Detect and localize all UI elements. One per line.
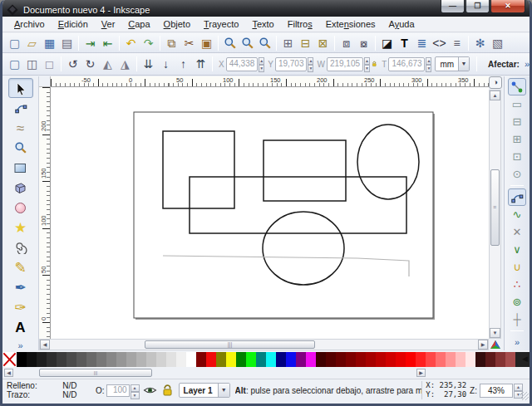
pencil-tool[interactable]: ✎ bbox=[8, 257, 33, 277]
paste-button[interactable]: ▣ bbox=[198, 35, 215, 51]
cut-button[interactable]: ✂ bbox=[180, 35, 198, 51]
palette-swatch[interactable] bbox=[456, 352, 466, 367]
vscroll-thumb[interactable]: ≡ bbox=[490, 169, 500, 246]
palette-swatch[interactable] bbox=[106, 352, 116, 367]
color-wheel-icon[interactable] bbox=[490, 340, 501, 350]
fill-stroke-dialog-button[interactable]: ◪ bbox=[378, 35, 396, 51]
palette-swatch[interactable] bbox=[436, 352, 446, 367]
palette-swatch[interactable] bbox=[216, 352, 226, 367]
snap-intersections-button[interactable]: ✕ bbox=[508, 223, 526, 241]
horizontal-scrollbar[interactable]: ◀ ||| ▶ bbox=[39, 339, 489, 350]
palette-swatch[interactable] bbox=[136, 352, 146, 367]
xml-editor-button[interactable]: <> bbox=[431, 35, 448, 51]
ungroup-button[interactable]: ⧇ bbox=[355, 35, 372, 51]
palette-swatch[interactable] bbox=[47, 352, 57, 367]
palette-scroll-thumb[interactable]: ||| bbox=[39, 369, 152, 377]
palette-swatch[interactable] bbox=[356, 352, 366, 367]
palette-swatch[interactable] bbox=[346, 352, 356, 367]
scroll-down-icon[interactable]: ▼ bbox=[490, 328, 500, 338]
palette-swatch[interactable] bbox=[296, 352, 306, 367]
x-field-spinner[interactable]: ▲▼ bbox=[259, 57, 264, 71]
snap-smooth-nodes-button[interactable]: ∪ bbox=[508, 258, 526, 276]
resize-grip[interactable] bbox=[520, 392, 529, 400]
flip-horizontal-button[interactable]: ◭ bbox=[99, 56, 116, 72]
y-field[interactable]: 19,703 bbox=[275, 57, 308, 71]
palette-swatch[interactable] bbox=[485, 352, 495, 367]
palette-swatch[interactable] bbox=[266, 352, 276, 367]
scroll-left-icon[interactable]: ◀ bbox=[40, 340, 50, 350]
palette-swatch[interactable] bbox=[396, 352, 406, 367]
canvas[interactable] bbox=[51, 87, 489, 339]
opacity-control[interactable]: O: 100 ▲▼ bbox=[96, 384, 140, 397]
vertical-ruler[interactable]: 200150100500 bbox=[39, 87, 51, 339]
ellipse-tool[interactable] bbox=[8, 198, 33, 218]
tweak-tool[interactable]: ≈ bbox=[8, 118, 33, 138]
text-tool[interactable]: A bbox=[8, 317, 33, 337]
palette-swatch[interactable] bbox=[27, 352, 37, 367]
snap-grid-button[interactable]: ┼ bbox=[508, 311, 526, 328]
snap-bbox-edges-button[interactable]: ⊟ bbox=[508, 113, 526, 130]
layer-lock-icon[interactable] bbox=[160, 384, 175, 397]
snap-bbox-centers-button[interactable]: ⊙ bbox=[508, 165, 526, 183]
import-button[interactable]: ⇥ bbox=[81, 35, 99, 51]
palette-swatch[interactable] bbox=[126, 352, 136, 367]
fill-stroke-indicator[interactable]: Relleno: N/D Trazo: N/D bbox=[2, 381, 94, 399]
palette-swatch[interactable] bbox=[426, 352, 436, 367]
palette-swatch[interactable] bbox=[256, 352, 266, 367]
x-field[interactable]: 44,338 bbox=[226, 57, 259, 71]
menu-archivo[interactable]: Archivo bbox=[7, 17, 52, 31]
star-tool[interactable]: ★ bbox=[8, 218, 33, 237]
group-button[interactable]: ⧈ bbox=[337, 35, 355, 51]
menu-objeto[interactable]: Objeto bbox=[157, 17, 197, 31]
save-document-button[interactable]: ▦ bbox=[41, 35, 58, 51]
menu-ver[interactable]: Ver bbox=[95, 17, 122, 31]
new-document-button[interactable]: ▢ bbox=[6, 35, 23, 51]
snap-nodes-button[interactable] bbox=[508, 188, 526, 206]
palette-swatch[interactable] bbox=[196, 352, 206, 367]
palette-swatch[interactable] bbox=[505, 352, 515, 367]
palette-scroll-right-icon[interactable]: ▶ bbox=[416, 369, 426, 377]
menu-edición[interactable]: Edición bbox=[52, 17, 95, 31]
unit-dropdown[interactable]: mm ▼ bbox=[435, 56, 470, 71]
palette-swatch[interactable] bbox=[246, 352, 256, 367]
vertical-scrollbar[interactable]: ▲ ≡ ▼ bbox=[489, 90, 501, 339]
lower-to-bottom-button[interactable]: ⇊ bbox=[140, 56, 157, 72]
palette-swatch[interactable] bbox=[316, 352, 326, 367]
y-field-spinner[interactable]: ▲▼ bbox=[308, 57, 313, 71]
raise-button[interactable]: ↑ bbox=[175, 56, 192, 72]
palette-swatch-none[interactable] bbox=[2, 352, 17, 367]
layer-visibility-icon[interactable] bbox=[143, 384, 157, 397]
palette-swatch[interactable] bbox=[376, 352, 386, 367]
palette-swatch[interactable] bbox=[236, 352, 246, 367]
menu-capa[interactable]: Capa bbox=[121, 17, 156, 31]
preferences-button[interactable]: ✻ bbox=[471, 35, 489, 51]
calligraphy-tool[interactable]: ✑ bbox=[8, 297, 33, 317]
undo-button[interactable]: ↶ bbox=[122, 35, 140, 51]
deselect-button[interactable]: ◻ bbox=[41, 56, 58, 72]
snap-midpoints-button[interactable]: ∴ bbox=[508, 276, 526, 293]
palette-swatch[interactable] bbox=[306, 352, 316, 367]
clone-button[interactable]: ⊟ bbox=[297, 35, 314, 51]
palette-swatch[interactable] bbox=[86, 352, 96, 367]
palette-swatch[interactable] bbox=[17, 352, 27, 367]
toolbox-overflow-icon[interactable]: » bbox=[17, 340, 22, 350]
palette-swatch[interactable] bbox=[475, 352, 485, 367]
height-field[interactable]: 146,673 bbox=[388, 57, 425, 71]
redo-button[interactable]: ↷ bbox=[140, 35, 157, 51]
palette-swatch[interactable] bbox=[466, 352, 475, 367]
palette-arrow-icon[interactable]: ◀ bbox=[522, 355, 528, 363]
node-tool[interactable] bbox=[8, 98, 33, 118]
snap-bbox-button[interactable]: ▭ bbox=[508, 95, 526, 113]
layer-dropdown[interactable]: Layer 1 ▼ bbox=[179, 383, 230, 398]
palette-swatch[interactable] bbox=[406, 352, 416, 367]
palette-swatch[interactable] bbox=[276, 352, 286, 367]
palette-swatch[interactable] bbox=[206, 352, 216, 367]
lock-ratio-icon[interactable] bbox=[372, 57, 377, 71]
width-field[interactable]: 219,105 bbox=[327, 57, 363, 71]
palette-swatch[interactable] bbox=[286, 352, 296, 367]
toolbar-overflow-icon[interactable]: » bbox=[525, 59, 530, 69]
palette-swatch[interactable] bbox=[146, 352, 156, 367]
menu-texto[interactable]: Texto bbox=[245, 17, 280, 31]
rectangle-tool[interactable] bbox=[8, 158, 33, 178]
raise-to-top-button[interactable]: ⇈ bbox=[192, 56, 209, 72]
